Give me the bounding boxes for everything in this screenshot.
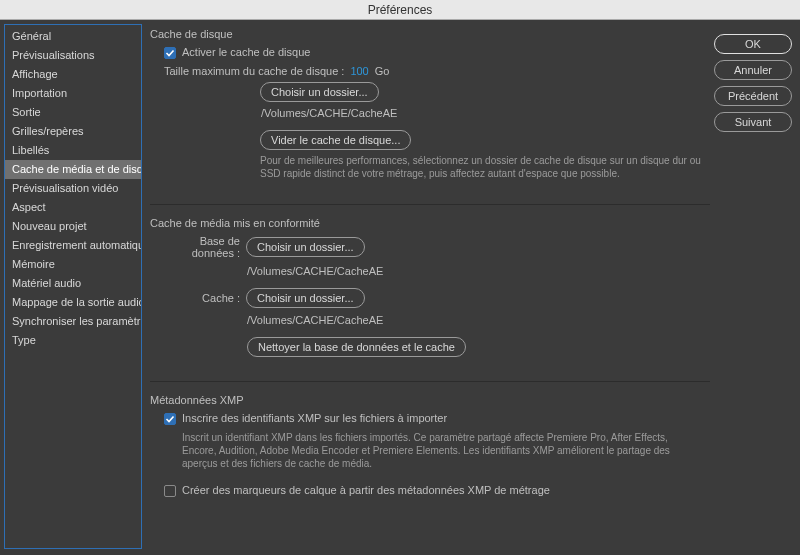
sidebar-item[interactable]: Libellés <box>5 141 141 160</box>
disk-cache-section: Cache de disque Activer le cache de disq… <box>150 28 710 186</box>
sidebar-item-label: Matériel audio <box>12 277 81 289</box>
sidebar-item[interactable]: Grilles/repères <box>5 122 141 141</box>
sidebar-item-label: Prévisualisations <box>12 49 95 61</box>
clean-database-cache-button[interactable]: Nettoyer la base de données et le cache <box>247 337 466 357</box>
sidebar-item-label: Importation <box>12 87 67 99</box>
max-cache-size-label: Taille maximum du cache de disque : <box>164 65 344 77</box>
sidebar-item[interactable]: Aspect <box>5 198 141 217</box>
sidebar-item-label: Libellés <box>12 144 49 156</box>
sidebar-item[interactable]: Mappage de la sortie audio <box>5 293 141 312</box>
max-cache-size-value[interactable]: 100 <box>350 65 368 77</box>
xmp-metadata-section: Métadonnées XMP Inscrire des identifiant… <box>150 394 710 509</box>
xmp-title: Métadonnées XMP <box>150 394 710 406</box>
sidebar-item-label: Aspect <box>12 201 46 213</box>
media-cache-section: Cache de média mis en conformité Base de… <box>150 217 710 363</box>
write-xmp-ids-label: Inscrire des identifiants XMP sur les fi… <box>182 412 447 424</box>
sidebar-item-label: Général <box>12 30 51 42</box>
sidebar-item-label: Affichage <box>12 68 58 80</box>
sidebar-item[interactable]: Sortie <box>5 103 141 122</box>
disk-cache-path: /Volumes/CACHE/CacheAE <box>261 106 710 120</box>
max-cache-size-unit: Go <box>375 65 390 77</box>
sidebar-item[interactable]: Type <box>5 331 141 350</box>
database-choose-folder-button[interactable]: Choisir un dossier... <box>246 237 365 257</box>
cancel-button[interactable]: Annuler <box>714 60 792 80</box>
sidebar-item-label: Mappage de la sortie audio <box>12 296 141 308</box>
sidebar-item[interactable]: Mémoire <box>5 255 141 274</box>
database-label: Base de données : <box>162 235 240 259</box>
enable-disk-cache-label: Activer le cache de disque <box>182 46 310 58</box>
sidebar-item[interactable]: Général <box>5 27 141 46</box>
empty-disk-cache-button[interactable]: Vider le cache de disque... <box>260 130 411 150</box>
ok-button[interactable]: OK <box>714 34 792 54</box>
sidebar-item-label: Nouveau projet <box>12 220 87 232</box>
cache-label: Cache : <box>162 292 240 304</box>
create-layer-markers-checkbox[interactable] <box>164 485 176 497</box>
disk-cache-title: Cache de disque <box>150 28 710 40</box>
sidebar-item-label: Sortie <box>12 106 41 118</box>
sidebar-item[interactable]: Matériel audio <box>5 274 141 293</box>
divider <box>150 204 710 205</box>
write-xmp-ids-checkbox[interactable] <box>164 413 176 425</box>
sidebar-item[interactable]: Prévisualisations <box>5 46 141 65</box>
main-panel: Cache de disque Activer le cache de disq… <box>146 24 710 549</box>
sidebar-item[interactable]: Nouveau projet <box>5 217 141 236</box>
sidebar-item[interactable]: Importation <box>5 84 141 103</box>
disk-cache-note: Pour de meilleures performances, sélecti… <box>260 154 710 180</box>
disk-cache-choose-folder-button[interactable]: Choisir un dossier... <box>260 82 379 102</box>
enable-disk-cache-checkbox[interactable] <box>164 47 176 59</box>
sidebar-item[interactable]: Synchroniser les paramètres <box>5 312 141 331</box>
category-sidebar: GénéralPrévisualisationsAffichageImporta… <box>4 24 142 549</box>
create-layer-markers-label: Créer des marqueurs de calque à partir d… <box>182 484 550 496</box>
next-button[interactable]: Suivant <box>714 112 792 132</box>
write-xmp-ids-note: Inscrit un identifiant XMP dans les fich… <box>182 431 682 470</box>
sidebar-item-label: Type <box>12 334 36 346</box>
cache-path: /Volumes/CACHE/CacheAE <box>247 313 710 327</box>
database-path: /Volumes/CACHE/CacheAE <box>247 264 710 278</box>
sidebar-item-label: Cache de média et de disque <box>12 163 141 175</box>
sidebar-item[interactable]: Cache de média et de disque <box>5 160 141 179</box>
sidebar-item[interactable]: Affichage <box>5 65 141 84</box>
sidebar-item-label: Enregistrement automatique <box>12 239 141 251</box>
sidebar-item[interactable]: Enregistrement automatique <box>5 236 141 255</box>
sidebar-item[interactable]: Prévisualisation vidéo <box>5 179 141 198</box>
window-titlebar: Préférences <box>0 0 800 20</box>
cache-choose-folder-button[interactable]: Choisir un dossier... <box>246 288 365 308</box>
previous-button[interactable]: Précédent <box>714 86 792 106</box>
window-title: Préférences <box>368 3 433 17</box>
dialog-buttons: OK Annuler Précédent Suivant <box>714 24 796 549</box>
window-content: GénéralPrévisualisationsAffichageImporta… <box>0 20 800 553</box>
sidebar-item-label: Prévisualisation vidéo <box>12 182 118 194</box>
sidebar-item-label: Grilles/repères <box>12 125 84 137</box>
sidebar-item-label: Synchroniser les paramètres <box>12 315 141 327</box>
media-cache-title: Cache de média mis en conformité <box>150 217 710 229</box>
sidebar-item-label: Mémoire <box>12 258 55 270</box>
divider <box>150 381 710 382</box>
